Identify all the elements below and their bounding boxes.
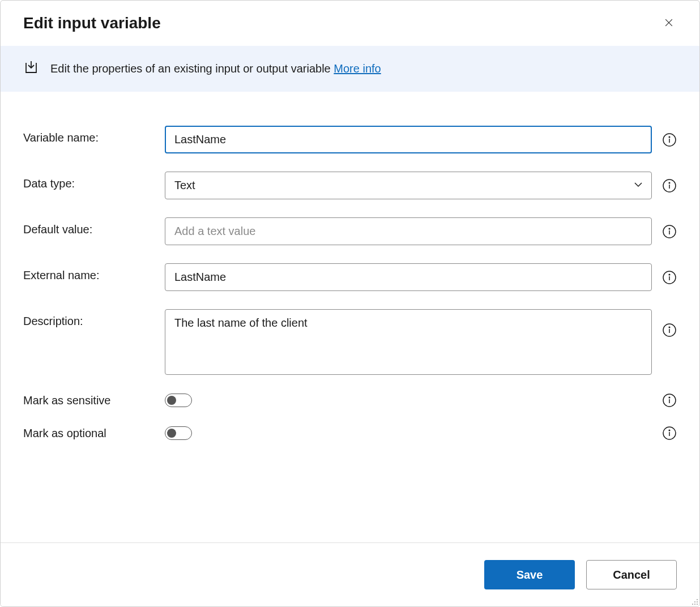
- dialog-title: Edit input variable: [23, 14, 161, 32]
- row-data-type: Data type: Text: [23, 172, 677, 199]
- svg-point-14: [669, 274, 670, 275]
- label-external-name: External name:: [23, 263, 153, 282]
- label-default-value: Default value:: [23, 217, 153, 236]
- data-type-select[interactable]: Text: [165, 172, 652, 199]
- description-textarea[interactable]: [165, 309, 652, 375]
- label-data-type: Data type:: [23, 172, 153, 190]
- label-optional: Mark as optional: [23, 427, 153, 440]
- row-description: Description:: [23, 309, 677, 375]
- info-icon[interactable]: [662, 426, 677, 441]
- close-button[interactable]: [661, 15, 677, 32]
- info-icon[interactable]: [662, 316, 677, 331]
- external-name-input[interactable]: [165, 263, 652, 291]
- label-sensitive: Mark as sensitive: [23, 394, 153, 407]
- info-icon[interactable]: [662, 393, 677, 408]
- banner-text-wrap: Edit the properties of an existing input…: [50, 62, 381, 75]
- info-icon[interactable]: [662, 178, 677, 193]
- svg-point-8: [669, 182, 670, 183]
- row-variable-name: Variable name:: [23, 126, 677, 153]
- import-variable-icon: [23, 59, 39, 78]
- toggle-knob: [167, 396, 176, 405]
- toggle-knob: [167, 429, 176, 438]
- sensitive-toggle[interactable]: [165, 394, 192, 407]
- row-external-name: External name:: [23, 263, 677, 291]
- svg-point-5: [669, 136, 670, 138]
- info-banner: Edit the properties of an existing input…: [1, 46, 699, 92]
- default-value-input[interactable]: [165, 217, 652, 245]
- more-info-link[interactable]: More info: [334, 62, 381, 75]
- close-icon: [663, 17, 675, 28]
- variable-name-input[interactable]: [165, 126, 652, 153]
- dialog-header: Edit input variable: [1, 1, 699, 46]
- svg-point-17: [669, 327, 670, 328]
- info-icon[interactable]: [662, 224, 677, 239]
- svg-point-11: [669, 228, 670, 229]
- save-button[interactable]: Save: [484, 560, 575, 589]
- svg-point-23: [669, 430, 670, 431]
- dialog-footer: Save Cancel: [1, 542, 699, 606]
- banner-text: Edit the properties of an existing input…: [50, 62, 334, 75]
- label-description: Description:: [23, 309, 153, 328]
- row-sensitive: Mark as sensitive: [23, 393, 677, 408]
- form-body: Variable name: Data type: Text Default v…: [1, 92, 699, 481]
- svg-point-20: [669, 397, 670, 398]
- info-icon[interactable]: [662, 270, 677, 285]
- cancel-button[interactable]: Cancel: [586, 560, 677, 589]
- row-optional: Mark as optional: [23, 426, 677, 441]
- label-variable-name: Variable name:: [23, 126, 153, 144]
- optional-toggle[interactable]: [165, 426, 192, 440]
- row-default-value: Default value:: [23, 217, 677, 245]
- info-icon[interactable]: [662, 132, 677, 147]
